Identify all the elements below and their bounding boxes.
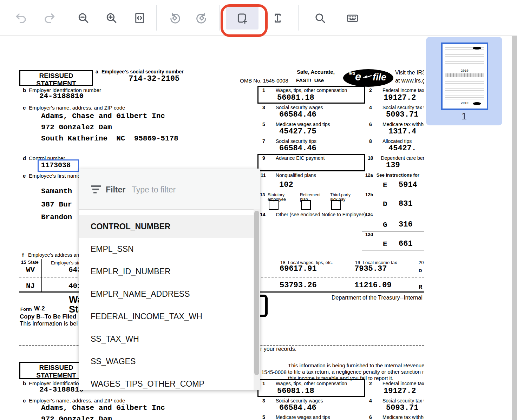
box-4-value: 5093.71 (386, 111, 418, 119)
box-12c-value: 316 (399, 221, 413, 229)
box-4-value-2: 5093.71 (386, 404, 418, 412)
zoom-out-button[interactable] (76, 11, 90, 25)
employee-city: Brandon (41, 214, 72, 221)
box-12d-number: 12d (365, 232, 373, 237)
box-4-label: 4Social security tax with (369, 105, 424, 110)
box-2-label-2: 2Federal income tax wi (369, 381, 424, 386)
box-c-label: cEmployer's name, address, and ZIP code (23, 105, 125, 111)
thumbnail-year-1: 2010 (461, 69, 469, 73)
ein-value-2: 24-3188810 (39, 386, 84, 393)
ibeam-select-button[interactable] (270, 11, 284, 25)
box-12a-value: 5914 (399, 181, 417, 189)
filter-input[interactable]: Filter Type to filter (79, 169, 260, 210)
box-1-value-2: 56081.18 (277, 387, 314, 395)
reissued-line1: REISSUED (20, 72, 92, 80)
filter-placeholder: Type to filter (132, 184, 176, 195)
safe-accurate-line1: Safe, Accurate, (297, 69, 335, 75)
control-number-annotation[interactable]: 1173038 (38, 159, 79, 172)
omb-label: OMB No. 1545-0008 (240, 78, 288, 84)
box-2-value: 19127.2 (384, 94, 416, 102)
toolbar-separator (67, 5, 67, 31)
box-12c-number: 12c (365, 212, 373, 217)
reissued-line2: STATEMENT (20, 80, 92, 87)
thumbnail-efile-logo-2 (473, 102, 481, 105)
dropdown-item-empl-ssn[interactable]: EMPL_SSN (79, 238, 254, 260)
box-20-value-2: R (419, 284, 422, 290)
dropdown-item-wages-tips-other-comp[interactable]: WAGES_TIPS_OTHER_COMP (79, 373, 254, 390)
dropdown-item-control-number[interactable]: CONTROL_NUMBER (79, 215, 254, 238)
rotate-right-button[interactable] (195, 11, 209, 25)
department-line: Department of the Treasury--Internal R (332, 295, 424, 301)
box-12d-code: E (383, 241, 387, 248)
visit-irs-line2: at www.irs.g (395, 78, 424, 84)
zoom-in-button[interactable] (104, 11, 118, 25)
dropdown-item-ss-tax-wh[interactable]: SS_TAX_WH (79, 328, 254, 350)
employer-name: Adams, Chase and Gilbert Inc (41, 112, 165, 120)
form-border-line (396, 177, 396, 191)
box-3-label: 3Social security wages (262, 105, 323, 110)
control-number-value: 1173038 (41, 162, 71, 169)
box-6-value: 1317.4 (388, 128, 416, 136)
form-border-line (396, 196, 396, 211)
box-9-label: 9Advance EIC payment (262, 156, 325, 161)
sidebar-divider (508, 35, 508, 420)
toolbar-separator (219, 5, 220, 31)
employer-city: South Katherine NC 95869-5178 (41, 135, 178, 142)
filter-icon (91, 185, 101, 193)
furnish-line1: This information is being furnished to t… (288, 363, 424, 368)
records-fragment: r your records. (260, 346, 296, 352)
fit-width-button[interactable] (132, 11, 146, 25)
keyboard-button[interactable] (345, 11, 359, 25)
box-15-label: 15State (21, 260, 39, 265)
thumbnail-year-2: 2010 (461, 101, 469, 105)
employee-street: 387 Bur (41, 201, 72, 208)
search-button[interactable] (313, 11, 327, 25)
box-20-value-1: D (419, 268, 422, 273)
sidebar-scrollbar[interactable] (512, 35, 517, 420)
retirement-plan-checkbox (301, 200, 311, 210)
box-6-label: 6Medicare tax withheld (369, 122, 424, 127)
dropdown-item-ss-wages[interactable]: SS_WAGES (79, 350, 254, 373)
box-4-label-2: 4Social security tax with (369, 398, 424, 403)
form-number: W-2 (34, 306, 45, 312)
box-2-label: 2Federal income tax wi (369, 88, 424, 93)
dropdown-item-emplr-name-address[interactable]: EMPLR_NAME_ADDRESS (79, 283, 254, 305)
redo-button[interactable] (42, 11, 56, 25)
thumbnail-form-bottom (445, 78, 484, 101)
undo-button[interactable] (14, 11, 28, 25)
dropdown-scrollbar-thumb[interactable] (254, 211, 259, 375)
box-18-value-2: 53793.26 (280, 282, 317, 289)
rotate-left-button[interactable] (168, 11, 182, 25)
thumbnail-divider (445, 73, 484, 77)
form-border-line (41, 259, 42, 291)
red-highlight-annotation (221, 4, 268, 37)
box-1-label-2: 1Wages, tips, other compensation (262, 381, 347, 386)
box-19-value-1: 7935.37 (354, 265, 387, 273)
employer-name-2: Adams, Chase and Gilbert Inc (41, 404, 165, 412)
visit-irs-line1: Visit the IRS (395, 70, 424, 76)
box-10-label: 10Dependent care bene (368, 156, 424, 161)
page-thumbnail[interactable]: 2010 2010 (441, 42, 488, 110)
form-label: Form (20, 307, 32, 312)
box-11-value: 102 (279, 181, 293, 189)
box-3-label-2: 3Social security wages (262, 398, 323, 403)
box-11-label: 11Nonqualified plans (261, 173, 316, 178)
box-20-label: 20 (419, 260, 424, 265)
box-12b-value: 831 (399, 200, 413, 208)
employer-street-2: 972 Gonzalez Dam (41, 415, 112, 420)
info-fragment: This information is bei (20, 321, 78, 327)
toolbar (0, 0, 517, 36)
box-3-value: 66584.46 (279, 111, 316, 119)
reissued-statement-box: REISSUED STATEMENT (19, 70, 93, 86)
omb-fragment-2: 1545-0008 (261, 369, 287, 375)
dropdown-item-federal-income-tax-wh[interactable]: FEDERAL_INCOME_TAX_WH (79, 305, 254, 328)
box-12a-label: 12aSee instructions for (365, 173, 419, 178)
box-1-value: 56081.18 (277, 94, 314, 102)
box-2-value-2: 19127.2 (384, 387, 416, 395)
employee-name: Samanth (41, 188, 72, 195)
box-8-value: 45427. (388, 145, 416, 152)
box-8-label: 8Allocated tips (369, 139, 412, 144)
employer-street: 972 Gonzalez Dam (41, 124, 112, 131)
box-5-value: 45427.75 (279, 128, 316, 136)
dropdown-item-emplr-id-number[interactable]: EMPLR_ID_NUMBER (79, 260, 254, 283)
